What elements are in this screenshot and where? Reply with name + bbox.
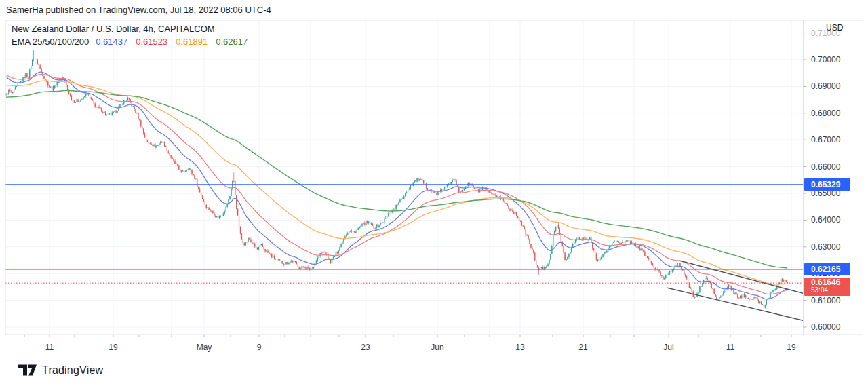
price-axis-label: 0.63000 xyxy=(811,242,840,252)
tradingview-logo-link[interactable]: TradingView xyxy=(18,364,103,377)
ema-200-line xyxy=(6,90,787,268)
price-axis-label: 0.71000 xyxy=(811,28,840,39)
time-axis-label: 19 xyxy=(787,343,795,352)
ray-price-badge: 0.65329 xyxy=(804,178,850,191)
tradingview-brand-text: TradingView xyxy=(42,364,103,377)
published-chart-page: { "attribution": "SamerHa published on T… xyxy=(0,0,868,382)
time-axis-label: 11 xyxy=(45,343,54,352)
attribution-text: SamerHa published on TradingView.com, Ju… xyxy=(6,5,271,15)
price-axis-label: 0.60000 xyxy=(811,322,840,332)
price-axis-label: 0.64000 xyxy=(811,214,840,225)
price-axis-label: 0.66000 xyxy=(811,161,840,172)
up-candle-wicks xyxy=(6,50,785,309)
attribution-bar: SamerHa published on TradingView.com, Ju… xyxy=(0,0,868,19)
last-price-badge: 0.6164653:04 xyxy=(804,278,850,296)
bar-countdown-timer: 53:04 xyxy=(811,286,850,296)
price-axis-label: 0.70000 xyxy=(811,54,840,65)
price-axis-label: 0.61000 xyxy=(811,295,840,306)
price-axis-label: 0.67000 xyxy=(811,134,840,145)
badge-price-text: 0.65329 xyxy=(811,178,850,191)
plot-area[interactable] xyxy=(5,50,805,321)
ema-25-line xyxy=(6,72,787,299)
ema-100-line xyxy=(6,81,787,284)
time-axis-label: 13 xyxy=(515,343,524,352)
time-axis-label: 9 xyxy=(257,343,262,352)
time-axis-label: Jun xyxy=(431,343,443,352)
tradingview-logo-icon xyxy=(18,364,37,376)
time-axis-label: Jul xyxy=(663,343,673,352)
time-axis-label: 11 xyxy=(726,343,734,352)
time-axis-label: 23 xyxy=(361,343,370,352)
footer: TradingView xyxy=(0,358,868,382)
price-axis-label: 0.68000 xyxy=(811,108,840,119)
time-axis-label: 19 xyxy=(108,343,117,352)
price-axis[interactable]: USD 0.710000.700000.690000.680000.670000… xyxy=(804,19,868,337)
time-axis-label: May xyxy=(197,343,212,352)
badge-price-text: 0.62165 xyxy=(811,263,850,275)
ray-price-badge: 0.62165 xyxy=(804,263,850,275)
trend-channel-line[interactable] xyxy=(667,288,805,321)
gridlines xyxy=(5,20,804,335)
trend-channel-line[interactable] xyxy=(679,261,805,294)
time-axis-label: 21 xyxy=(578,343,587,352)
time-axis[interactable]: 1119May923Jun1321Jul1119 xyxy=(0,337,868,358)
chart-canvas[interactable] xyxy=(0,19,868,337)
price-axis-label: 0.69000 xyxy=(811,81,840,92)
badge-price-text: 0.61646 xyxy=(811,278,850,287)
